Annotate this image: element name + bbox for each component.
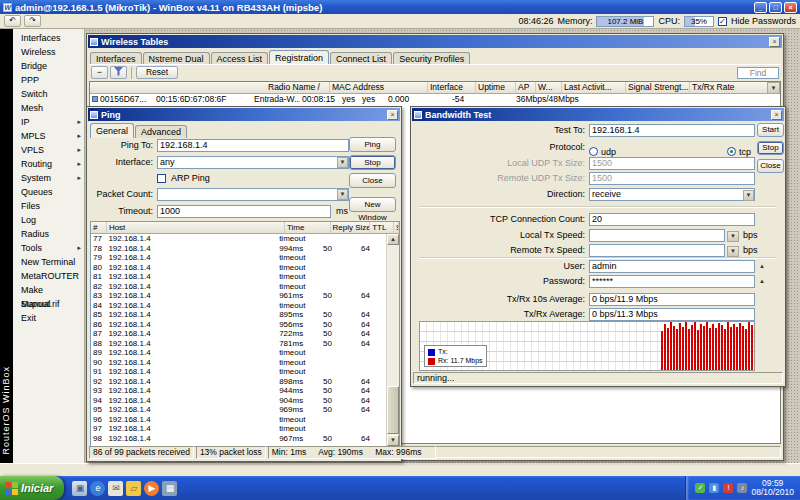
column-header[interactable]: Interface: [428, 82, 476, 94]
menu-item[interactable]: VPLS ▸: [13, 143, 84, 157]
menu-item[interactable]: Manual ▸: [13, 297, 84, 311]
ping-tab[interactable]: Advanced: [135, 125, 187, 138]
table-row[interactable]: 90 192.168.1.4 timeout: [91, 358, 386, 368]
table-row[interactable]: 96 192.168.1.4 timeout: [91, 415, 386, 425]
tcp-count-input[interactable]: 20: [589, 213, 755, 226]
local-udp-size-input[interactable]: 1500: [589, 157, 755, 170]
table-row[interactable]: 89 192.168.1.4 timeout: [91, 348, 386, 358]
folder-icon[interactable]: ▱: [126, 481, 141, 496]
table-row[interactable]: 93 192.168.1.4 944ms 50 64: [91, 386, 386, 396]
application-icon[interactable]: ▦: [162, 481, 177, 496]
internet-explorer-icon[interactable]: e: [90, 481, 105, 496]
menu-item[interactable]: Exit ▸: [13, 311, 84, 325]
maximize-button[interactable]: □: [769, 2, 782, 13]
table-row[interactable]: 78 192.168.1.4 994ms 50 64: [91, 244, 386, 254]
menu-item[interactable]: Queues ▸: [13, 185, 84, 199]
menu-item[interactable]: Switch ▸: [13, 87, 84, 101]
taskbar-clock[interactable]: 09:59 08/10/2010: [751, 479, 794, 498]
app-titlebar[interactable]: W admin@192.168.1.5 (MikroTik) - WinBox …: [0, 0, 800, 14]
column-header[interactable]: Status: [394, 222, 399, 234]
table-row[interactable]: 79 192.168.1.4 timeout: [91, 253, 386, 263]
table-row[interactable]: 82 192.168.1.4 timeout: [91, 282, 386, 292]
test-to-input[interactable]: 192.168.1.4: [589, 124, 755, 137]
table-row[interactable]: 97 192.168.1.4 timeout: [91, 424, 386, 434]
mail-icon[interactable]: ✉: [108, 481, 123, 496]
show-desktop-icon[interactable]: ▣: [72, 481, 87, 496]
remote-tx-speed-input[interactable]: [589, 244, 725, 257]
local-tx-speed-input[interactable]: [589, 229, 725, 242]
ping-tab[interactable]: General: [90, 123, 134, 138]
volume-tray-icon[interactable]: ♪: [737, 483, 747, 493]
vertical-scrollbar[interactable]: ▲ ▼: [386, 234, 399, 446]
window-close-icon[interactable]: ×: [387, 110, 398, 120]
menu-item[interactable]: Bridge ▸: [13, 59, 84, 73]
column-header[interactable]: TTL: [370, 222, 394, 234]
menu-item[interactable]: PPP ▸: [13, 73, 84, 87]
column-header[interactable]: Radio Name /: [266, 82, 330, 94]
hide-passwords-checkbox[interactable]: ✓: [718, 17, 727, 26]
menu-item[interactable]: Mesh ▸: [13, 101, 84, 115]
column-picker-icon[interactable]: ▼: [767, 82, 780, 94]
direction-select[interactable]: receive: [589, 188, 755, 201]
scroll-thumb[interactable]: [387, 386, 399, 434]
chevron-down-icon[interactable]: ▼: [727, 231, 739, 242]
table-row[interactable]: 83 192.168.1.4 961ms 50 64: [91, 291, 386, 301]
media-player-icon[interactable]: ▶: [144, 481, 159, 496]
alert-tray-icon[interactable]: !: [723, 483, 733, 493]
table-row[interactable]: 98 192.168.1.4 967ms 50 64: [91, 434, 386, 444]
window-close-icon[interactable]: ×: [769, 37, 780, 47]
column-header[interactable]: Uptime: [476, 82, 516, 94]
chevron-down-icon[interactable]: ▼: [337, 189, 348, 200]
menu-item[interactable]: Interfaces ▸: [13, 31, 84, 45]
ping-to-input[interactable]: 192.168.1.4: [157, 139, 349, 152]
close-button[interactable]: ×: [784, 2, 797, 13]
stop-button[interactable]: Stop: [757, 141, 784, 155]
scroll-up-icon[interactable]: ▲: [387, 234, 399, 245]
spin-up-icon[interactable]: ▲: [759, 263, 765, 269]
table-row[interactable]: 92 192.168.1.4 898ms 50 64: [91, 377, 386, 387]
menu-item[interactable]: MPLS ▸: [13, 129, 84, 143]
table-row[interactable]: 88 192.168.1.4 781ms 50 64: [91, 339, 386, 349]
column-header[interactable]: Host: [107, 222, 285, 234]
menu-item[interactable]: Routing ▸: [13, 157, 84, 171]
menu-item[interactable]: Log ▸: [13, 213, 84, 227]
scroll-down-icon[interactable]: ▼: [387, 435, 399, 446]
undo-icon[interactable]: ↶: [4, 15, 21, 27]
window-close-icon[interactable]: ×: [771, 110, 782, 120]
menu-item[interactable]: Radius ▸: [13, 227, 84, 241]
bandwidth-test-titlebar[interactable]: Bandwidth Test ×: [412, 108, 784, 121]
find-box[interactable]: Find: [737, 67, 779, 79]
column-header[interactable]: Reply Size: [331, 222, 371, 234]
menu-item[interactable]: Wireless ▸: [13, 45, 84, 59]
timeout-input[interactable]: 1000: [157, 205, 331, 218]
packet-count-input[interactable]: [157, 188, 349, 201]
filter-icon[interactable]: [110, 66, 127, 79]
table-row[interactable]: 86 192.168.1.4 956ms 50 64: [91, 320, 386, 330]
start-button[interactable]: Start: [757, 123, 784, 137]
memory-meter[interactable]: 107.2 MiB: [596, 16, 654, 27]
wireless-tab[interactable]: Registration: [269, 50, 329, 65]
chevron-down-icon[interactable]: ▼: [727, 246, 739, 257]
ping-titlebar[interactable]: Ping ×: [88, 108, 400, 121]
column-header[interactable]: Signal Strengt...: [626, 82, 690, 94]
cpu-meter[interactable]: 35%: [684, 16, 714, 27]
column-header[interactable]: W...: [536, 82, 562, 94]
reset-button[interactable]: Reset: [136, 66, 178, 79]
column-header[interactable]: MAC Address: [330, 82, 428, 94]
menu-item[interactable]: System ▸: [13, 171, 84, 185]
table-row[interactable]: 91 192.168.1.4 timeout: [91, 367, 386, 377]
menu-item[interactable]: IP ▸: [13, 115, 84, 129]
tcp-radio[interactable]: [727, 147, 736, 156]
menu-item[interactable]: New Terminal ▸: [13, 255, 84, 269]
menu-item[interactable]: Files ▸: [13, 199, 84, 213]
spin-up-icon[interactable]: ▲: [759, 278, 765, 284]
menu-item[interactable]: MetaROUTER ▸: [13, 269, 84, 283]
start-button[interactable]: Iniciar: [0, 476, 64, 500]
menu-item[interactable]: Tools ▸: [13, 241, 84, 255]
interface-select[interactable]: any: [157, 156, 349, 169]
user-input[interactable]: admin: [589, 260, 755, 273]
close-button[interactable]: Close: [349, 173, 396, 188]
close-button[interactable]: Close: [757, 159, 784, 173]
table-row[interactable]: 87 192.168.1.4 722ms 50 64: [91, 329, 386, 339]
table-row[interactable]: 94 192.168.1.4 904ms 50 64: [91, 396, 386, 406]
